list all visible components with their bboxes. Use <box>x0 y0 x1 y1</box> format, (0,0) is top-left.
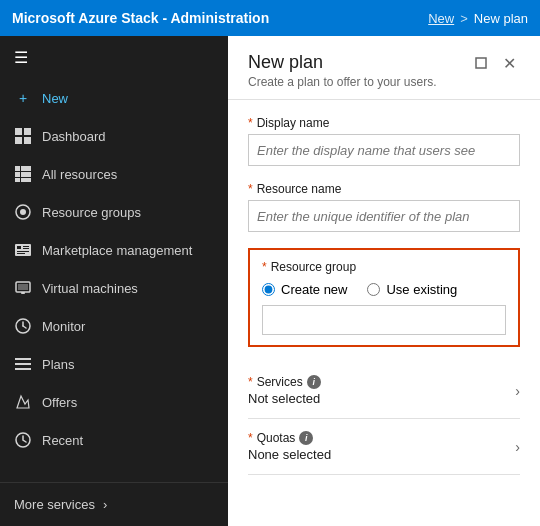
breadcrumb-new[interactable]: New <box>428 11 454 26</box>
svg-rect-16 <box>17 246 21 249</box>
all-resources-icon <box>14 165 32 183</box>
breadcrumb-current: New plan <box>474 11 528 26</box>
app-title: Microsoft Azure Stack - Administration <box>12 10 420 26</box>
required-star-resource: * <box>248 182 253 196</box>
hamburger-button[interactable]: ☰ <box>0 36 228 79</box>
blade-body: * Display name * Resource name <box>228 100 540 526</box>
blade-header: New plan Create a plan to offer to your … <box>228 36 540 100</box>
sidebar-item-all-resources-label: All resources <box>42 167 117 182</box>
monitor-icon <box>14 317 32 335</box>
display-name-group: * Display name <box>248 116 520 166</box>
quotas-row[interactable]: * Quotas i None selected › <box>248 419 520 475</box>
svg-rect-27 <box>15 363 31 365</box>
plus-icon: + <box>14 89 32 107</box>
offers-icon <box>14 393 32 411</box>
sidebar-item-marketplace-label: Marketplace management <box>42 243 192 258</box>
resource-name-group: * Resource name <box>248 182 520 232</box>
svg-rect-1 <box>24 128 31 135</box>
top-bar: Microsoft Azure Stack - Administration N… <box>0 0 540 36</box>
resource-name-label: * Resource name <box>248 182 520 196</box>
sidebar-item-new-label: New <box>42 91 68 106</box>
sidebar-item-virtual-machines[interactable]: Virtual machines <box>0 269 228 307</box>
sidebar-item-monitor[interactable]: Monitor <box>0 307 228 345</box>
services-label-text: Services <box>257 375 303 389</box>
more-services-button[interactable]: More services › <box>0 482 228 526</box>
sidebar: ☰ + New Dashboard <box>0 36 228 526</box>
quotas-value: None selected <box>248 447 331 462</box>
svg-rect-17 <box>23 246 29 247</box>
required-star-services: * <box>248 375 253 389</box>
radio-create-new[interactable]: Create new <box>262 282 347 297</box>
plans-icon <box>14 355 32 373</box>
radio-create-new-label: Create new <box>281 282 347 297</box>
main-layout: ☰ + New Dashboard <box>0 36 540 526</box>
required-star-quotas: * <box>248 431 253 445</box>
svg-rect-26 <box>15 358 31 360</box>
svg-point-14 <box>20 209 26 215</box>
breadcrumb: New > New plan <box>428 11 528 26</box>
services-chevron: › <box>515 383 520 399</box>
required-star-display: * <box>248 116 253 130</box>
resource-name-label-text: Resource name <box>257 182 342 196</box>
blade-title: New plan <box>248 52 437 73</box>
svg-rect-2 <box>15 137 22 144</box>
more-services-chevron: › <box>103 497 107 512</box>
sidebar-item-recent[interactable]: Recent <box>0 421 228 459</box>
svg-rect-12 <box>26 178 31 182</box>
svg-rect-10 <box>15 178 20 182</box>
svg-rect-18 <box>23 248 29 249</box>
sidebar-item-dashboard-label: Dashboard <box>42 129 106 144</box>
sidebar-item-recent-label: Recent <box>42 433 83 448</box>
quotas-info-icon[interactable]: i <box>299 431 313 445</box>
quotas-chevron: › <box>515 439 520 455</box>
resource-group-box: * Resource group Create new Use existing <box>248 248 520 347</box>
services-value: Not selected <box>248 391 321 406</box>
sidebar-item-monitor-label: Monitor <box>42 319 85 334</box>
resource-group-label-text: Resource group <box>271 260 356 274</box>
sidebar-item-offers-label: Offers <box>42 395 77 410</box>
svg-rect-22 <box>18 284 28 290</box>
radio-create-new-input[interactable] <box>262 283 275 296</box>
services-info-icon[interactable]: i <box>307 375 321 389</box>
content-panel: New plan Create a plan to offer to your … <box>228 36 540 526</box>
svg-rect-20 <box>17 253 25 254</box>
quotas-row-left: * Quotas i None selected <box>248 431 331 462</box>
more-services-label: More services <box>14 497 95 512</box>
svg-rect-19 <box>17 251 29 252</box>
sidebar-item-plans-label: Plans <box>42 357 75 372</box>
sidebar-item-resource-groups[interactable]: Resource groups <box>0 193 228 231</box>
sidebar-item-all-resources[interactable]: All resources <box>0 155 228 193</box>
svg-rect-0 <box>15 128 22 135</box>
resource-group-name-input[interactable] <box>262 305 506 335</box>
svg-rect-4 <box>15 166 20 171</box>
radio-use-existing-input[interactable] <box>367 283 380 296</box>
radio-use-existing[interactable]: Use existing <box>367 282 457 297</box>
quotas-label: * Quotas i <box>248 431 331 445</box>
new-plan-blade: New plan Create a plan to offer to your … <box>228 36 540 526</box>
maximize-button[interactable] <box>471 54 491 74</box>
sidebar-item-resource-groups-label: Resource groups <box>42 205 141 220</box>
display-name-input[interactable] <box>248 134 520 166</box>
recent-icon <box>14 431 32 449</box>
svg-rect-5 <box>21 166 26 171</box>
sidebar-item-marketplace[interactable]: Marketplace management <box>0 231 228 269</box>
svg-rect-6 <box>26 166 31 171</box>
sidebar-item-new[interactable]: + New <box>0 79 228 117</box>
display-name-label: * Display name <box>248 116 520 130</box>
virtual-machines-icon <box>14 279 32 297</box>
svg-rect-30 <box>476 58 486 68</box>
blade-header-text: New plan Create a plan to offer to your … <box>248 52 437 89</box>
services-row-left: * Services i Not selected <box>248 375 321 406</box>
svg-rect-8 <box>21 172 26 177</box>
radio-use-existing-label: Use existing <box>386 282 457 297</box>
breadcrumb-separator: > <box>460 11 468 26</box>
required-star-rg: * <box>262 260 267 274</box>
sidebar-item-dashboard[interactable]: Dashboard <box>0 117 228 155</box>
services-row[interactable]: * Services i Not selected › <box>248 363 520 419</box>
sidebar-item-offers[interactable]: Offers <box>0 383 228 421</box>
resource-group-radio-group: Create new Use existing <box>262 282 506 297</box>
blade-subtitle: Create a plan to offer to your users. <box>248 75 437 89</box>
resource-name-input[interactable] <box>248 200 520 232</box>
close-button[interactable]: ✕ <box>499 52 520 75</box>
sidebar-item-plans[interactable]: Plans <box>0 345 228 383</box>
